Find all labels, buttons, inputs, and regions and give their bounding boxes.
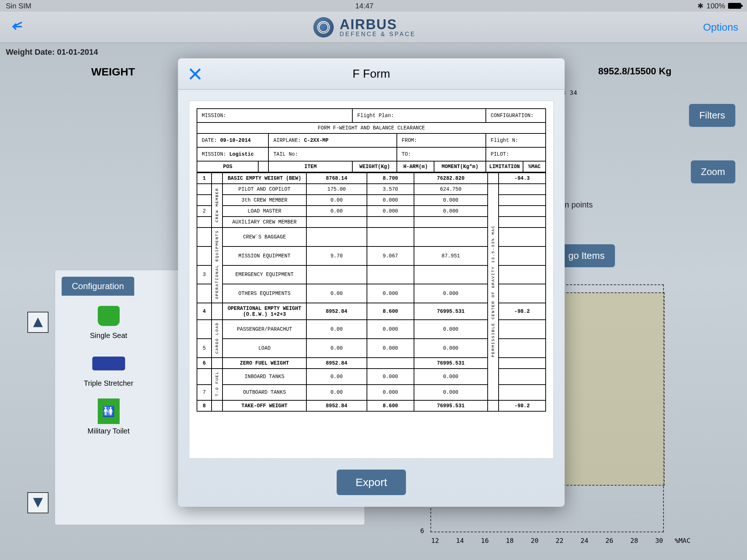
form-row: 8TAKE-OFF WEIGHT8952.848.60076995.531-98…: [197, 400, 546, 411]
form-row: CREW MEMBERPILOT AND COPILOT175.003.5706…: [197, 184, 546, 195]
form-document: MISSION: Flight Plan: CONFIGURATION: FOR…: [189, 101, 554, 459]
close-button[interactable]: [187, 66, 203, 83]
modal-header: F Form: [178, 58, 565, 90]
modal-title: F Form: [352, 67, 390, 81]
modal-footer: Export: [178, 470, 565, 507]
export-button[interactable]: Export: [337, 470, 406, 495]
modal-body: MISSION: Flight Plan: CONFIGURATION: FOR…: [178, 90, 565, 470]
modal-backdrop: F Form MISSION: Flight Plan: CONFIGURATI…: [0, 0, 747, 560]
form-row: 1BASIC EMPTY WEIGHT (BEW)8768.148.700762…: [197, 173, 546, 184]
f-form-modal: F Form MISSION: Flight Plan: CONFIGURATI…: [178, 58, 565, 507]
